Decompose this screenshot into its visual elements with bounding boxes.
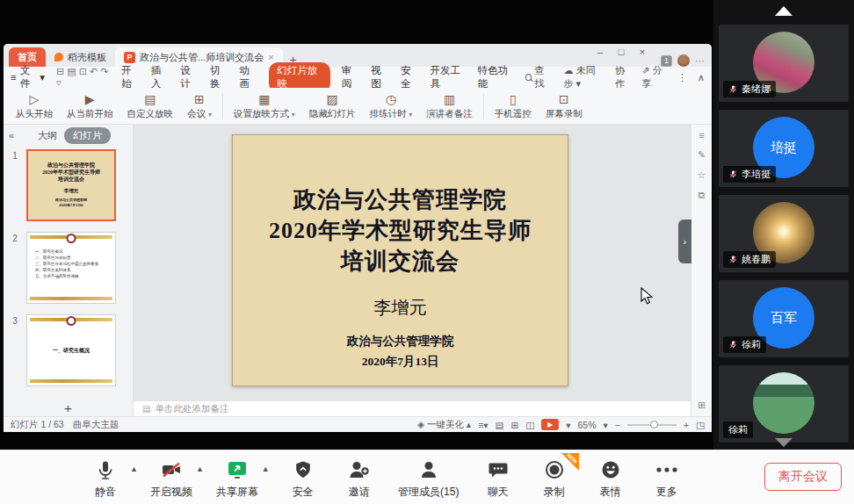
menu-start[interactable]: 开始 xyxy=(121,64,140,90)
menu-features[interactable]: 特色功能 xyxy=(478,64,514,90)
menu-devtools[interactable]: 开发工具 xyxy=(431,64,467,90)
slide-canvas[interactable]: 政治与公共管理学院 2020年学术型研究生导师 培训交流会 李增元 政治与公共管… xyxy=(134,125,691,400)
tab-close-icon[interactable]: × xyxy=(268,52,273,62)
notes-bar[interactable]: ▤ 单击此处添加备注 xyxy=(134,400,691,416)
menu-insert[interactable]: 插入 xyxy=(151,64,170,90)
beautify-button[interactable]: ◈ 一键美化 ▴ xyxy=(417,419,471,431)
current-slide[interactable]: 政治与公共管理学院 2020年学术型研究生导师 培训交流会 李增元 政治与公共管… xyxy=(232,134,568,386)
emoji-button[interactable]: 表情 xyxy=(583,458,639,500)
video-options-caret[interactable]: ▲ xyxy=(196,464,204,473)
manage-members-button[interactable]: 管理成员(15) xyxy=(387,458,470,500)
menu-view[interactable]: 视图 xyxy=(371,64,389,90)
chat-button[interactable]: 聊天 xyxy=(470,458,526,500)
invite-button[interactable]: 邀请 xyxy=(331,458,387,500)
menu-security[interactable]: 安全 xyxy=(401,64,419,90)
minimize-button[interactable]: – xyxy=(590,44,610,60)
more-dots-icon xyxy=(655,459,678,480)
ribbon-screen-record[interactable]: ⊡屏幕录制 xyxy=(539,90,590,122)
effects-icon[interactable]: ☆ xyxy=(698,169,706,181)
menu-file[interactable]: ≡ 文件 ▾ xyxy=(11,64,45,90)
record-button[interactable]: NEW 录制 xyxy=(526,458,583,500)
ribbon-from-beginning[interactable]: ▷从头开始 xyxy=(9,90,60,122)
add-slide-button[interactable]: + xyxy=(64,400,72,415)
presentation-file-icon: P xyxy=(124,52,135,63)
grid-view-icon[interactable]: ⊞ xyxy=(698,400,706,411)
notes-toggle-icon[interactable]: ≡▾ xyxy=(478,420,488,430)
ribbon-hide-slide[interactable]: ▨隐藏幻灯片 xyxy=(302,90,363,122)
zoom-slider-knob[interactable] xyxy=(650,421,658,428)
ribbon-from-current[interactable]: ▶从当前开始 xyxy=(60,90,120,122)
slide-thumbnail-2[interactable]: 一、研究生概况 二、研究生培养职责 三、研究生培养过程中需注意的事项 四、研究生… xyxy=(26,232,116,304)
zoom-out-button[interactable]: − xyxy=(615,420,620,430)
zoom-slider[interactable] xyxy=(627,424,677,426)
shapes-icon[interactable]: ⧉ xyxy=(698,190,706,201)
zoom-level[interactable]: 65% xyxy=(578,420,597,430)
participant-tile[interactable]: 百军 徐莉 xyxy=(719,280,849,357)
mute-options-caret[interactable]: ▲ xyxy=(130,464,138,473)
mute-button[interactable]: 静音 xyxy=(77,458,134,500)
participant-name: 姚春鹏 xyxy=(742,253,771,266)
slide-title: 政治与公共管理学院 2020年学术型研究生导师 培训交流会 xyxy=(233,184,568,277)
tab-slides[interactable]: 幻灯片 xyxy=(64,127,111,144)
maximize-button[interactable]: □ xyxy=(612,44,631,60)
ribbon-phone-remote[interactable]: ▯手机遥控 xyxy=(488,90,539,122)
collab-button[interactable]: 协作 xyxy=(615,64,631,90)
play-slideshow-button[interactable]: ▶ xyxy=(541,419,559,430)
animation-pane-icon[interactable]: ✎ xyxy=(698,149,706,161)
mic-muted-icon xyxy=(728,255,738,264)
participant-tile[interactable]: 徐莉 xyxy=(719,365,849,443)
thumbnail-row-3: 3 一、研究生概况 xyxy=(4,314,133,386)
ribbon-speaker-notes[interactable]: ▥演讲者备注 xyxy=(419,90,480,122)
zoom-caret[interactable]: ▾ xyxy=(604,420,608,430)
menu-review[interactable]: 审阅 xyxy=(342,64,360,90)
menu-design[interactable]: 设计 xyxy=(180,64,199,90)
ribbon-rehearse-timing[interactable]: ◷排练计时 ▾ xyxy=(362,90,419,122)
phone-icon: ▯ xyxy=(510,92,517,107)
zoom-in-button[interactable]: + xyxy=(684,420,689,430)
ribbon-meeting[interactable]: ⊞会议 ▾ xyxy=(180,90,219,122)
speaker-notes-icon: ▥ xyxy=(444,92,455,107)
reading-view-icon[interactable]: ◫ xyxy=(525,420,534,430)
participant-tile[interactable]: 培挺 李培挺 xyxy=(719,110,849,187)
menu-transition[interactable]: 切换 xyxy=(210,64,228,90)
expand-sidebar-handle[interactable]: › xyxy=(678,220,691,263)
tab-outline[interactable]: 大纲 xyxy=(38,129,57,142)
sync-status[interactable]: ☁ 未同步 ▾ xyxy=(564,64,604,90)
more-button[interactable]: 更多 xyxy=(639,458,695,500)
participant-tile[interactable]: 秦绪娜 xyxy=(719,25,849,102)
share-screen-button[interactable]: 共享屏幕 xyxy=(209,458,265,500)
security-button[interactable]: 安全 xyxy=(275,458,331,500)
share-button[interactable]: ⇗ 分享 xyxy=(641,64,667,90)
panel-header: « 大纲 幻灯片 xyxy=(4,125,133,146)
docer-flame-icon xyxy=(54,53,63,61)
fit-screen-icon[interactable]: ◳ xyxy=(696,420,705,430)
close-button[interactable]: × xyxy=(633,44,652,60)
quick-access-icons[interactable]: ⊟ ▤ ⊡ ↶ ↷ ▿ xyxy=(56,66,110,89)
ribbon-custom-show[interactable]: ▤自定义放映 xyxy=(120,90,181,122)
share-options-caret[interactable]: ▲ xyxy=(262,464,270,473)
ribbon-divider xyxy=(222,93,223,119)
start-video-button[interactable]: 开启视频 xyxy=(143,458,199,500)
tab-docer-templates[interactable]: 稻壳模板 xyxy=(46,47,115,67)
right-tool-rail: ≡ ✎ ☆ ⧉ ⊞ › xyxy=(691,125,712,416)
custom-show-icon: ▤ xyxy=(144,92,156,107)
rail-handle-icon[interactable]: ≡ xyxy=(698,130,704,140)
participant-tile[interactable]: 姚春鹏 xyxy=(719,195,849,272)
scroll-up-arrow[interactable] xyxy=(775,6,792,16)
statusbar-right: ◈ 一键美化 ▴ ≡▾ ▤ ⊞ ◫ ▶ ▾ 65% ▾ − + ◳ xyxy=(417,419,705,431)
collapse-panel-icon[interactable]: « xyxy=(9,130,14,140)
theme-name[interactable]: 曲阜大主题 xyxy=(73,419,119,431)
members-icon xyxy=(418,459,439,480)
ribbon-setup-show[interactable]: ▦设置放映方式 ▾ xyxy=(227,90,302,122)
normal-view-icon[interactable]: ▤ xyxy=(496,420,504,430)
collapse-ribbon-icon[interactable]: ∧ xyxy=(698,72,705,83)
menu-animation[interactable]: 动画 xyxy=(240,64,258,90)
slide-thumbnail-1[interactable]: 政治与公共管理学院 2020年学术型研究生导师 培训交流会 李增元 政治与公共管… xyxy=(26,149,116,221)
search-box[interactable]: 查找 xyxy=(525,64,552,90)
scroll-down-arrow[interactable] xyxy=(775,438,792,447)
more-options-icon[interactable]: ⋮ xyxy=(677,72,687,83)
sorter-view-icon[interactable]: ⊞ xyxy=(510,420,518,430)
play-options-caret[interactable]: ▾ xyxy=(566,420,570,430)
leave-meeting-button[interactable]: 离开会议 xyxy=(764,463,842,491)
slide-thumbnail-3[interactable]: 一、研究生概况 xyxy=(26,314,116,386)
